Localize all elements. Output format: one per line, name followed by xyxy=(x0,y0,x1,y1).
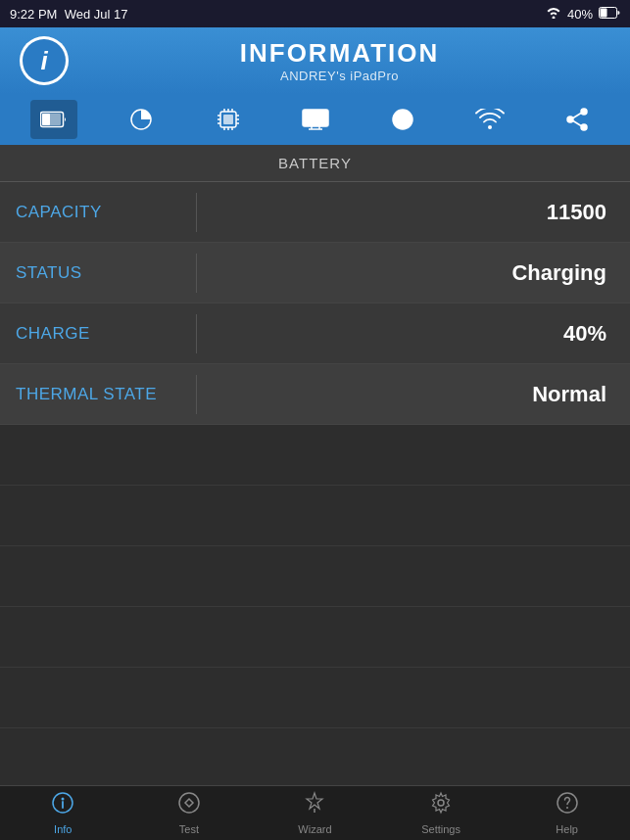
bottom-tab-settings[interactable]: Settings xyxy=(402,791,480,835)
charge-label: CHARGE xyxy=(0,324,196,344)
charge-value: 40% xyxy=(197,321,630,347)
bottom-tab-help[interactable]: Help xyxy=(528,791,606,835)
clock-nav-icon xyxy=(390,107,415,132)
settings-bottom-icon xyxy=(429,791,453,820)
nav-tab-battery[interactable] xyxy=(30,100,77,139)
table-row: STATUS Charging xyxy=(0,243,630,303)
battery-icon xyxy=(599,7,620,22)
empty-row xyxy=(0,607,630,668)
bottom-tab-info[interactable]: Info xyxy=(24,791,102,835)
wizard-bottom-label: Wizard xyxy=(298,823,331,835)
header-title-block: INFORMATION ANDREY's iPadPro xyxy=(69,38,610,83)
help-bottom-label: Help xyxy=(556,823,578,835)
table-row: CAPACITY 11500 xyxy=(0,182,630,243)
settings-bottom-label: Settings xyxy=(421,823,460,835)
help-bottom-icon xyxy=(556,791,579,820)
info-bottom-label: Info xyxy=(54,823,72,835)
svg-rect-1 xyxy=(601,8,607,17)
svg-point-30 xyxy=(567,117,573,122)
svg-point-34 xyxy=(62,798,65,801)
empty-row xyxy=(0,486,630,546)
svg-point-36 xyxy=(179,793,199,813)
status-bar: 9:22 PM Wed Jul 17 40% xyxy=(0,0,630,27)
status-right: 40% xyxy=(546,7,620,22)
table-row: THERMAL STATE Normal xyxy=(0,364,630,425)
status-value: Charging xyxy=(197,260,630,286)
capacity-value: 11500 xyxy=(197,200,630,225)
chip-nav-icon xyxy=(216,107,241,132)
display-nav-icon xyxy=(302,109,329,130)
thermal-value: Normal xyxy=(197,382,630,407)
battery-nav-icon xyxy=(40,110,68,129)
wifi-nav-icon xyxy=(475,109,505,130)
nav-tabs xyxy=(0,94,630,145)
svg-rect-7 xyxy=(223,115,233,124)
capacity-label: CAPACITY xyxy=(0,203,196,222)
svg-rect-4 xyxy=(42,114,50,125)
data-table: CAPACITY 11500 STATUS Charging CHARGE 40… xyxy=(0,182,630,425)
svg-marker-37 xyxy=(307,793,322,809)
empty-row xyxy=(0,728,630,789)
nav-tab-history[interactable] xyxy=(379,100,426,139)
wizard-bottom-icon xyxy=(301,791,328,820)
wifi-status-icon xyxy=(546,7,561,22)
empty-row xyxy=(0,546,630,607)
app-logo: i xyxy=(20,36,69,85)
test-bottom-icon xyxy=(177,791,201,820)
bottom-tab-test[interactable]: Test xyxy=(150,791,228,835)
test-bottom-label: Test xyxy=(179,823,199,835)
svg-point-29 xyxy=(581,124,587,130)
share-nav-icon xyxy=(564,107,590,132)
header: i INFORMATION ANDREY's iPadPro xyxy=(0,27,630,94)
nav-tab-display[interactable] xyxy=(292,100,339,139)
status-label: STATUS xyxy=(0,263,196,283)
nav-tab-wifi[interactable] xyxy=(466,100,513,139)
empty-rows xyxy=(0,425,630,789)
svg-point-27 xyxy=(488,125,492,129)
svg-point-41 xyxy=(566,807,568,809)
chart-nav-icon xyxy=(128,107,154,132)
info-bottom-icon xyxy=(51,791,74,820)
nav-tab-memory[interactable] xyxy=(205,100,252,139)
section-header: BATTERY xyxy=(0,145,630,182)
table-row: CHARGE 40% xyxy=(0,303,630,364)
empty-row xyxy=(0,668,630,728)
device-name: ANDREY's iPadPro xyxy=(69,69,610,83)
bottom-tabs: Info Test Wizard Settings xyxy=(0,785,630,840)
section-title: BATTERY xyxy=(278,155,352,171)
app-title: INFORMATION xyxy=(69,38,610,69)
battery-percent: 40% xyxy=(567,7,593,22)
nav-tab-share[interactable] xyxy=(554,100,601,139)
svg-rect-20 xyxy=(303,110,328,126)
svg-line-32 xyxy=(573,121,581,126)
svg-line-31 xyxy=(573,114,581,118)
bottom-tab-wizard[interactable]: Wizard xyxy=(275,791,354,835)
thermal-label: THERMAL STATE xyxy=(0,385,196,404)
svg-point-28 xyxy=(581,109,587,115)
status-time: 9:22 PM Wed Jul 17 xyxy=(10,7,127,22)
nav-tab-cpu[interactable] xyxy=(118,100,165,139)
empty-row xyxy=(0,425,630,486)
svg-point-39 xyxy=(438,800,444,806)
